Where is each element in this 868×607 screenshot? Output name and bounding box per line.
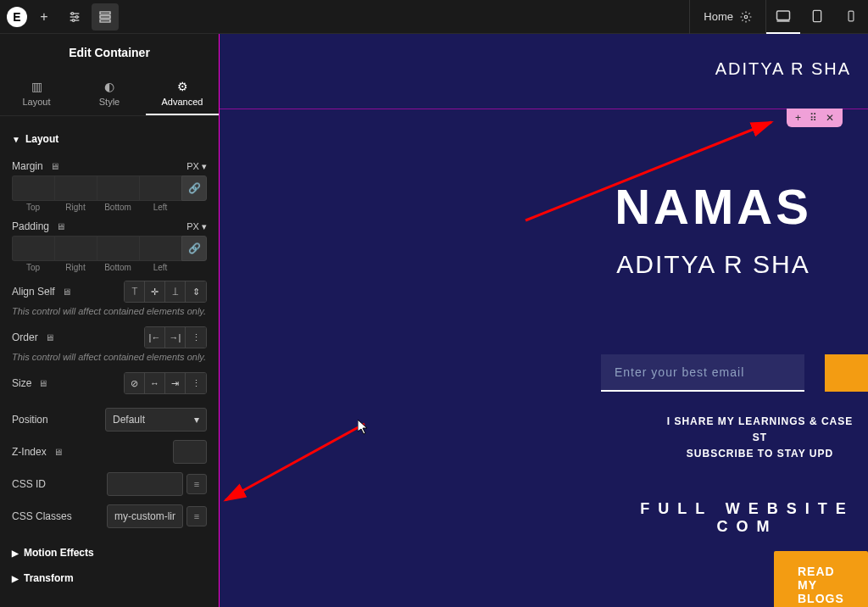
responsive-icon[interactable]: 🖥 — [38, 378, 47, 388]
settings-icon[interactable] — [61, 3, 88, 31]
section-layout[interactable]: ▼ Layout — [12, 126, 207, 152]
read-blogs-button[interactable]: READ MY BLOGS — [774, 551, 868, 607]
device-tablet-icon[interactable] — [800, 0, 834, 34]
responsive-icon[interactable]: 🖥 — [56, 221, 65, 231]
size-label: Size — [12, 377, 31, 389]
caret-right-icon: ▶ — [12, 549, 19, 558]
cssclasses-label: CSS Classes — [12, 510, 72, 522]
svg-point-4 — [75, 15, 78, 18]
margin-right-input[interactable] — [54, 175, 97, 201]
align-note: This control will affect contained eleme… — [12, 306, 207, 316]
order-group: |← →| ⋮ — [144, 326, 207, 348]
svg-rect-12 — [813, 10, 821, 21]
section-transform[interactable]: ▶ Transform — [12, 565, 207, 591]
padding-top-input[interactable] — [12, 236, 54, 261]
drag-handle-icon[interactable]: ⠿ — [810, 112, 817, 124]
size-none-icon[interactable]: ⊘ — [125, 373, 145, 393]
cssid-label: CSS ID — [12, 478, 46, 490]
dynamic-icon[interactable]: ≡ — [186, 474, 207, 494]
tab-style[interactable]: ◐ Style — [73, 71, 146, 115]
tagline-text: I SHARE MY LEARNINGS & CASE ST SUBSCRIBE… — [660, 414, 860, 463]
padding-bottom-input[interactable] — [97, 236, 139, 261]
tab-advanced[interactable]: ⚙ Advanced — [146, 71, 219, 115]
properties-panel: ▼ Layout Margin 🖥 PX ▾ 🔗 Top Right — [0, 116, 219, 607]
align-self-label: Align Self — [12, 286, 55, 298]
email-field[interactable] — [601, 354, 804, 392]
order-more-icon[interactable]: ⋮ — [186, 327, 206, 348]
preview-canvas[interactable]: ADITYA R SHA + ⠿ ✕ NAMAS ADITYA R SHA I … — [219, 34, 868, 607]
svg-rect-8 — [100, 19, 110, 22]
margin-label: Margin — [12, 160, 43, 172]
padding-right-input[interactable] — [54, 236, 97, 261]
svg-point-9 — [744, 15, 748, 19]
size-grow-icon[interactable]: ↔ — [145, 373, 165, 393]
zindex-label: Z-Index — [12, 446, 47, 458]
svg-point-3 — [71, 12, 74, 14]
order-note: This control will affect contained eleme… — [12, 352, 207, 362]
main-area: Edit Container ▥ Layout ◐ Style ⚙ Advanc… — [0, 34, 868, 607]
container-outline — [220, 109, 868, 109]
position-select[interactable]: Default ▾ — [105, 408, 207, 432]
close-icon[interactable]: ✕ — [826, 112, 834, 124]
style-icon: ◐ — [73, 80, 146, 93]
topbar-left: E + — [0, 3, 119, 31]
align-start-icon[interactable]: ⟙ — [125, 281, 145, 302]
section-motion-effects[interactable]: ▶ Motion Effects — [12, 540, 207, 565]
order-end-icon[interactable]: →| — [165, 327, 186, 348]
canvas-inner: ADITYA R SHA + ⠿ ✕ NAMAS ADITYA R SHA I … — [219, 34, 868, 607]
tab-layout[interactable]: ▥ Layout — [0, 71, 73, 115]
align-stretch-icon[interactable]: ⇕ — [186, 281, 206, 302]
editor-tabs: ▥ Layout ◐ Style ⚙ Advanced — [0, 71, 219, 116]
svg-rect-7 — [100, 15, 110, 18]
hero-text: NAMAS ADITYA R SHA — [559, 178, 868, 279]
layout-icon: ▥ — [0, 80, 73, 93]
link-values-icon[interactable]: 🔗 — [181, 236, 207, 261]
elementor-logo[interactable]: E — [7, 7, 27, 27]
padding-unit-select[interactable]: PX ▾ — [186, 221, 207, 232]
responsive-icon[interactable]: 🖥 — [62, 287, 71, 297]
brand-top-text: ADITYA R SHA — [715, 59, 851, 79]
align-self-group: ⟙ ✛ ⟘ ⇕ — [124, 281, 207, 303]
padding-label: Padding — [12, 220, 49, 232]
responsive-icon[interactable]: 🖥 — [45, 332, 54, 342]
zindex-input[interactable] — [173, 440, 207, 464]
dynamic-icon[interactable]: ≡ — [186, 506, 207, 526]
navigator-icon[interactable] — [92, 3, 119, 31]
cssid-input[interactable] — [107, 472, 183, 496]
page-name-label: Home — [704, 10, 733, 23]
responsive-icon[interactable]: 🖥 — [50, 161, 59, 171]
subscribe-button[interactable] — [825, 354, 868, 392]
margin-left-input[interactable] — [139, 175, 181, 201]
link-values-icon[interactable]: 🔗 — [181, 175, 207, 201]
device-desktop-icon[interactable] — [766, 0, 800, 34]
device-mobile-icon[interactable] — [834, 0, 868, 34]
position-label: Position — [12, 414, 48, 426]
order-start-icon[interactable]: |← — [145, 327, 165, 348]
margin-bottom-input[interactable] — [97, 175, 139, 201]
gear-icon: ⚙ — [146, 80, 219, 93]
align-end-icon[interactable]: ⟘ — [165, 281, 186, 302]
hero-heading: NAMAS — [559, 178, 868, 235]
coming-soon-text: FULL WEBSITE COM — [626, 500, 868, 536]
container-toolbar: + ⠿ ✕ — [787, 109, 843, 127]
size-shrink-icon[interactable]: ⇥ — [165, 373, 186, 393]
align-center-icon[interactable]: ✛ — [145, 281, 165, 302]
gear-icon — [740, 11, 752, 23]
svg-point-5 — [72, 19, 75, 21]
add-section-icon[interactable]: + — [795, 112, 801, 124]
size-group: ⊘ ↔ ⇥ ⋮ — [124, 372, 207, 394]
svg-rect-10 — [777, 11, 790, 20]
subscribe-row — [601, 354, 868, 392]
size-more-icon[interactable]: ⋮ — [186, 373, 206, 393]
svg-rect-6 — [100, 12, 110, 14]
order-label: Order — [12, 331, 38, 343]
margin-top-input[interactable] — [12, 175, 54, 201]
add-widget-button[interactable]: + — [31, 3, 58, 31]
margin-unit-select[interactable]: PX ▾ — [186, 161, 207, 172]
page-name-link[interactable]: Home — [690, 0, 765, 33]
responsive-icon[interactable]: 🖥 — [53, 447, 63, 457]
cssclasses-input[interactable] — [107, 504, 183, 528]
hero-subheading: ADITYA R SHA — [559, 250, 868, 279]
sidebar-title: Edit Container — [0, 34, 219, 71]
padding-left-input[interactable] — [139, 236, 181, 261]
